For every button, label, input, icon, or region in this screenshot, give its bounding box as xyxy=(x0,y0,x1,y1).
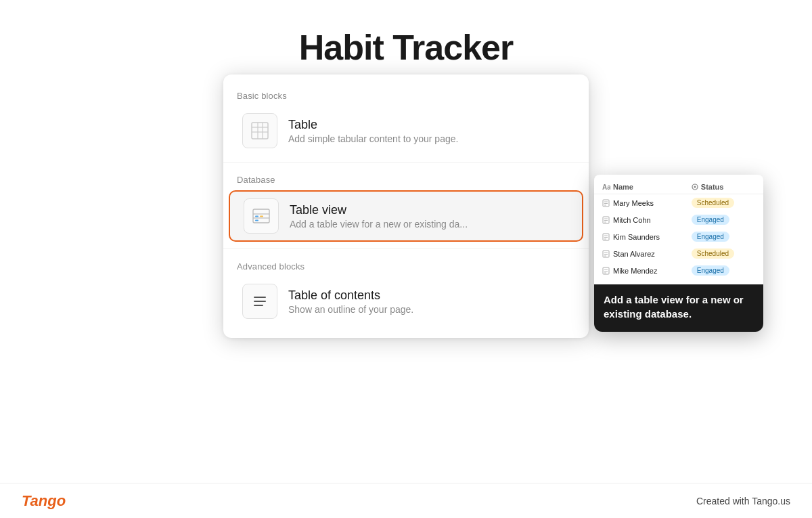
block-picker-dropdown: Basic blocks Table Add simple tabular co… xyxy=(223,74,589,338)
divider-1 xyxy=(223,162,589,163)
table-item-text: Table Add simple tabular content to your… xyxy=(288,118,458,144)
page-title: Habit Tracker xyxy=(0,0,812,68)
table-row: Mike Mendez Engaged xyxy=(594,262,763,279)
svg-rect-10 xyxy=(255,220,258,221)
svg-text:Aa: Aa xyxy=(602,184,610,191)
svg-rect-17 xyxy=(603,200,609,207)
status-badge: Scheduled xyxy=(692,249,734,259)
tableview-icon xyxy=(244,198,279,234)
preview-table: Aa Name Status Mary Meeks Scheduled Mitc… xyxy=(594,175,763,284)
table-item-desc: Add simple tabular content to your page. xyxy=(288,133,458,144)
toc-item-title: Table of contents xyxy=(288,288,413,303)
table-row: Stan Alvarez Scheduled xyxy=(594,245,763,262)
menu-item-table[interactable]: Table Add simple tabular content to your… xyxy=(229,106,583,155)
section-label-basic: Basic blocks xyxy=(223,85,589,105)
toc-item-desc: Show an outline of your page. xyxy=(288,304,413,315)
preview-table-header: Aa Name Status xyxy=(594,180,763,194)
tableview-item-desc: Add a table view for a new or existing d… xyxy=(290,219,468,230)
preview-description: Add a table view for a new or existing d… xyxy=(594,284,763,321)
status-badge: Engaged xyxy=(692,232,729,242)
footer: Tango Created with Tango.us xyxy=(0,483,812,518)
svg-rect-0 xyxy=(252,123,268,139)
status-badge: Engaged xyxy=(692,215,729,225)
footer-credit: Created with Tango.us xyxy=(696,496,790,506)
svg-rect-25 xyxy=(603,234,609,240)
menu-item-toc[interactable]: Table of contents Show an outline of you… xyxy=(229,277,583,326)
table-item-title: Table xyxy=(288,118,458,132)
svg-point-16 xyxy=(694,186,696,188)
svg-rect-21 xyxy=(603,217,609,223)
table-row: Kim Saunders Engaged xyxy=(594,228,763,245)
toc-icon xyxy=(242,284,277,319)
tableview-item-text: Table view Add a table view for a new or… xyxy=(290,203,468,230)
table-row: Mitch Cohn Engaged xyxy=(594,211,763,228)
toc-item-text: Table of contents Show an outline of you… xyxy=(288,288,413,315)
preview-card: Aa Name Status Mary Meeks Scheduled Mitc… xyxy=(594,175,763,332)
status-badge: Scheduled xyxy=(692,198,734,208)
tango-logo: Tango xyxy=(22,492,66,510)
tableview-item-title: Table view xyxy=(290,203,468,217)
svg-rect-33 xyxy=(603,267,609,274)
section-label-advanced: Advanced blocks xyxy=(223,256,589,276)
section-label-database: Database xyxy=(223,169,589,189)
svg-rect-29 xyxy=(603,251,609,257)
preview-col-name: Aa Name xyxy=(602,183,692,191)
svg-rect-8 xyxy=(255,216,258,217)
table-icon xyxy=(242,113,277,148)
menu-item-tableview[interactable]: Table view Add a table view for a new or… xyxy=(229,190,583,242)
divider-2 xyxy=(223,249,589,249)
table-row: Mary Meeks Scheduled xyxy=(594,194,763,211)
svg-rect-9 xyxy=(260,216,263,217)
status-badge: Engaged xyxy=(692,265,729,276)
preview-col-status: Status xyxy=(692,183,755,191)
